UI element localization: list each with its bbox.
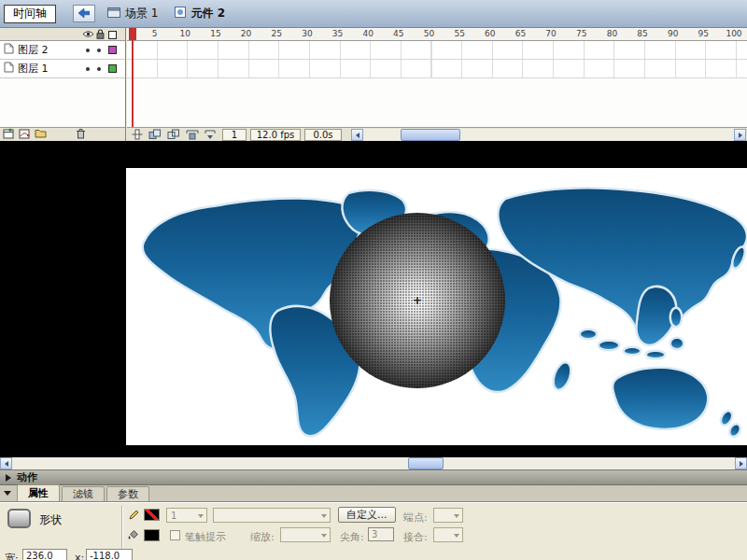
insert-layer-icon[interactable] bbox=[3, 128, 14, 142]
cap-select[interactable] bbox=[433, 508, 463, 523]
symbol-label: 元件 2 bbox=[190, 6, 225, 21]
x-input[interactable]: -118.0 bbox=[86, 549, 133, 560]
canvas[interactable]: + bbox=[126, 168, 747, 445]
layer-page-icon bbox=[4, 43, 14, 57]
selection-type-label: 形状 bbox=[39, 512, 62, 528]
stroke-hinting-checkbox[interactable] bbox=[170, 530, 180, 540]
ruler-number: 60 bbox=[485, 29, 495, 38]
symbol-icon bbox=[175, 7, 186, 21]
back-button[interactable] bbox=[73, 5, 95, 22]
fill-color-swatch[interactable] bbox=[144, 529, 160, 541]
ruler-number: 25 bbox=[272, 29, 282, 38]
properties-panel-body: 形状 1 自定义... 端点: 笔触提示 缩放: 尖角: 3 接合: 宽: 23… bbox=[0, 502, 747, 560]
ruler-number: 5 bbox=[152, 29, 158, 38]
scene-breadcrumb[interactable]: 场景 1 bbox=[103, 0, 162, 27]
expand-panel-icon[interactable] bbox=[6, 474, 11, 482]
ruler-number: 65 bbox=[515, 29, 526, 38]
layer-name: 图层 2 bbox=[18, 43, 49, 57]
stroke-hinting-label: 笔触提示 bbox=[185, 530, 226, 544]
gradient-center-crosshair[interactable]: + bbox=[413, 293, 423, 307]
stage[interactable]: + bbox=[0, 141, 747, 457]
layer-toolbar bbox=[0, 127, 125, 141]
tab-filters[interactable]: 滤镜 bbox=[62, 486, 105, 501]
timeline-horizontal-scrollbar[interactable] bbox=[351, 129, 746, 141]
ruler-number: 45 bbox=[393, 29, 403, 38]
scrollbar-thumb[interactable] bbox=[401, 129, 460, 141]
miter-input[interactable]: 3 bbox=[368, 527, 394, 541]
pencil-icon bbox=[128, 509, 140, 524]
ruler-number: 40 bbox=[362, 29, 373, 38]
symbol-breadcrumb[interactable]: 元件 2 bbox=[170, 0, 230, 27]
scroll-left-button[interactable] bbox=[0, 457, 12, 469]
layer-2-frames[interactable] bbox=[127, 41, 747, 60]
ruler-number: 55 bbox=[454, 29, 464, 38]
join-select[interactable] bbox=[433, 527, 463, 542]
edit-bar: 时间轴 场景 1 元件 2 bbox=[0, 0, 747, 28]
timeline-status-bar: 1 12.0 fps 0.0s bbox=[127, 127, 747, 141]
paint-bucket-icon bbox=[127, 529, 140, 544]
ruler-number: 35 bbox=[332, 29, 343, 38]
scrollbar-thumb[interactable] bbox=[408, 457, 444, 469]
layer-lock-dot[interactable] bbox=[97, 49, 101, 52]
ruler-number: 20 bbox=[241, 29, 251, 38]
delete-layer-icon[interactable] bbox=[76, 128, 86, 142]
ruler-number: 15 bbox=[210, 29, 220, 38]
layer-list-empty-area bbox=[0, 78, 125, 127]
tab-parameters[interactable]: 参数 bbox=[106, 486, 149, 501]
current-frame-indicator[interactable]: 1 bbox=[222, 129, 247, 141]
show-all-layers-outlines-icon[interactable] bbox=[108, 31, 117, 39]
tab-properties[interactable]: 属性 bbox=[17, 484, 60, 501]
playhead-line bbox=[132, 40, 134, 127]
layer-visibility-dot[interactable] bbox=[86, 49, 90, 52]
scroll-right-button[interactable] bbox=[735, 457, 747, 469]
layer-outline-color-swatch[interactable] bbox=[108, 64, 117, 73]
collapse-panel-icon[interactable] bbox=[4, 491, 11, 496]
custom-stroke-button[interactable]: 自定义... bbox=[338, 507, 396, 523]
layer-page-icon bbox=[4, 62, 14, 76]
layer-visibility-dot[interactable] bbox=[86, 67, 90, 71]
layer-row-1[interactable]: 图层 1 bbox=[0, 60, 125, 78]
layer-lock-dot[interactable] bbox=[97, 67, 101, 71]
elapsed-time-indicator: 0.0s bbox=[304, 129, 342, 141]
add-motion-guide-icon[interactable] bbox=[19, 128, 30, 142]
width-label: 宽: bbox=[5, 552, 19, 560]
miter-label: 尖角: bbox=[340, 530, 364, 544]
ruler-number: 100 bbox=[726, 29, 741, 38]
ruler-number: 75 bbox=[576, 29, 586, 38]
lock-all-layers-icon[interactable] bbox=[96, 29, 105, 42]
show-hide-all-layers-icon[interactable] bbox=[82, 29, 94, 41]
ruler-number: 70 bbox=[545, 29, 556, 38]
actions-panel-header[interactable]: 动作 bbox=[0, 469, 747, 485]
stage-horizontal-scrollbar[interactable] bbox=[0, 457, 747, 469]
stroke-color-swatch[interactable] bbox=[144, 509, 160, 521]
timeline-panel: 图层 2 图层 1 bbox=[0, 28, 747, 141]
scroll-left-button[interactable] bbox=[351, 129, 363, 141]
timeline-panel-title-button[interactable]: 时间轴 bbox=[4, 5, 56, 23]
layer-outline-color-swatch[interactable] bbox=[108, 46, 117, 54]
cap-label: 端点: bbox=[403, 511, 428, 525]
ruler-number: 10 bbox=[180, 29, 190, 38]
layer-1-frames[interactable] bbox=[127, 60, 747, 78]
back-arrow-icon bbox=[78, 7, 90, 21]
shape-preview-icon bbox=[7, 509, 31, 528]
layer-list: 图层 2 图层 1 bbox=[0, 28, 126, 141]
layer-name: 图层 1 bbox=[18, 62, 49, 76]
join-label: 接合: bbox=[403, 530, 428, 544]
gradient-circle-shape[interactable]: + bbox=[330, 213, 505, 388]
playhead[interactable] bbox=[129, 28, 136, 40]
stroke-height-select[interactable]: 1 bbox=[166, 508, 207, 523]
frame-rate-indicator[interactable]: 12.0 fps bbox=[250, 129, 301, 141]
scroll-right-button[interactable] bbox=[734, 129, 746, 141]
ruler-number: 90 bbox=[668, 29, 678, 38]
scale-select[interactable] bbox=[280, 527, 331, 542]
layer-row-2[interactable]: 图层 2 bbox=[0, 41, 125, 60]
frame-ruler[interactable]: 5101520253035404550556065707580859095100 bbox=[127, 28, 747, 41]
frames-area: 5101520253035404550556065707580859095100 bbox=[127, 28, 747, 141]
insert-layer-folder-icon[interactable] bbox=[35, 129, 47, 141]
scale-label: 缩放: bbox=[250, 530, 275, 544]
flash-application-window: 时间轴 场景 1 元件 2 bbox=[0, 0, 747, 560]
width-input[interactable]: 236.0 bbox=[22, 549, 67, 560]
actions-panel-title: 动作 bbox=[17, 470, 37, 484]
stroke-style-select[interactable] bbox=[213, 508, 331, 523]
scene-icon bbox=[107, 7, 120, 21]
